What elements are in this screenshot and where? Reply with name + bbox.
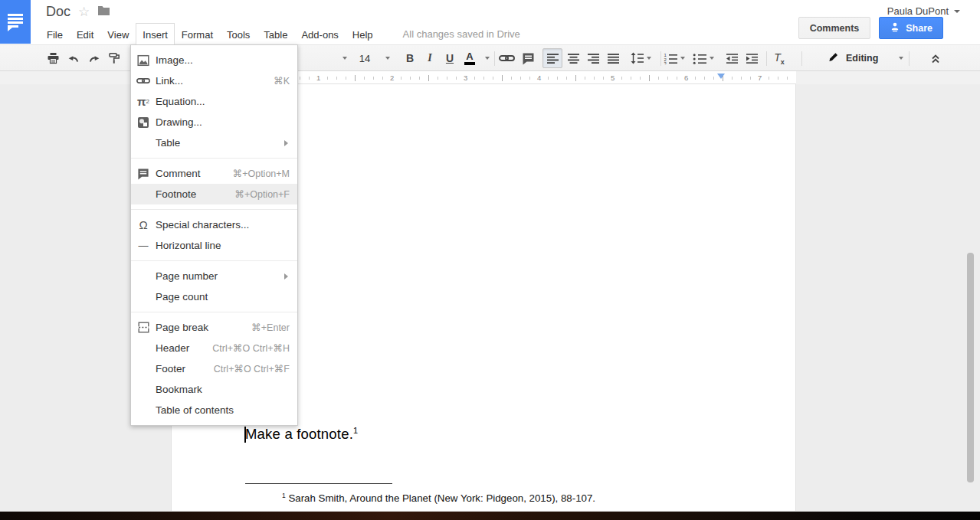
chevron-down-icon <box>385 57 390 60</box>
desktop-background-strip <box>0 512 980 520</box>
comment-icon <box>136 167 150 181</box>
vertical-scrollbar[interactable] <box>967 253 974 482</box>
menu-view[interactable]: View <box>100 23 136 44</box>
bulleted-list-button[interactable] <box>693 48 714 68</box>
menu-item-comment[interactable]: Comment ⌘+Option+M <box>131 163 297 184</box>
underline-button[interactable]: U <box>440 48 460 68</box>
equation-icon: π2 <box>136 95 150 109</box>
drawing-icon <box>136 116 150 129</box>
font-size-dropdown[interactable] <box>378 48 398 68</box>
chevron-down-icon <box>710 57 714 60</box>
align-center-button[interactable] <box>563 48 583 68</box>
menubar: File Edit View Insert Format Tools Table… <box>40 23 526 44</box>
print-button[interactable] <box>43 48 63 68</box>
menu-format[interactable]: Format <box>175 23 220 44</box>
insert-link-button[interactable] <box>497 48 516 68</box>
font-size-value[interactable]: 14 <box>355 48 375 68</box>
omega-icon: Ω <box>136 218 150 232</box>
footnote-reference[interactable]: 1 <box>353 426 358 435</box>
folder-icon[interactable] <box>97 5 110 19</box>
menu-tools[interactable]: Tools <box>220 23 257 44</box>
share-person-icon <box>890 21 900 34</box>
menu-separator <box>131 209 297 210</box>
menu-item-image[interactable]: Image... <box>131 50 297 70</box>
menu-item-table[interactable]: Table <box>131 132 297 153</box>
menu-item-bookmark[interactable]: Bookmark <box>131 379 297 400</box>
increase-indent-button[interactable] <box>742 48 762 68</box>
menu-item-page-break[interactable]: Page break ⌘+Enter <box>131 317 297 338</box>
chevron-down-icon <box>680 57 685 60</box>
menu-help[interactable]: Help <box>346 23 380 44</box>
right-margin-marker[interactable] <box>717 74 725 79</box>
menu-addons[interactable]: Add-ons <box>294 23 345 44</box>
account-menu[interactable]: Paula DuPont <box>887 5 960 17</box>
menu-item-horizontal-line[interactable]: — Horizontal line <box>131 235 297 256</box>
page-break-icon <box>136 321 150 335</box>
mode-button[interactable]: Editing <box>821 48 910 68</box>
pencil-icon <box>828 51 839 66</box>
menu-item-equation[interactable]: π2 Equation... <box>131 91 297 112</box>
clear-formatting-button[interactable]: Tx <box>769 48 789 68</box>
menu-file[interactable]: File <box>40 23 70 44</box>
chevron-down-icon <box>485 57 490 60</box>
comments-button[interactable]: Comments <box>798 17 871 39</box>
menu-insert[interactable]: Insert <box>136 23 175 44</box>
menu-separator <box>131 260 297 261</box>
share-button[interactable]: Share <box>879 17 943 39</box>
chevron-down-icon <box>647 57 651 60</box>
collapse-toolbar-button[interactable] <box>926 48 946 68</box>
menu-table[interactable]: Table <box>257 23 294 44</box>
user-name: Paula DuPont <box>887 5 949 17</box>
align-left-button[interactable] <box>542 48 562 68</box>
undo-button[interactable] <box>64 48 84 68</box>
submenu-arrow-icon <box>284 273 288 280</box>
chevron-down-icon <box>954 10 960 13</box>
line-spacing-button[interactable] <box>631 48 651 68</box>
menu-separator <box>131 158 297 159</box>
color-swatch <box>464 62 475 65</box>
chevron-down-icon <box>343 57 347 60</box>
document-text[interactable]: Make a footnote.1 <box>245 426 358 443</box>
header-bar: Doc ☆ File Edit View Insert Format Tools… <box>0 0 980 44</box>
decrease-indent-button[interactable] <box>722 48 742 68</box>
menu-separator <box>131 312 297 312</box>
ruler-ticks <box>244 75 796 81</box>
star-icon[interactable]: ☆ <box>78 5 90 18</box>
image-icon <box>136 54 150 67</box>
menu-item-link[interactable]: Link... ⌘K <box>131 70 297 91</box>
insert-menu-dropdown: Image... Link... ⌘K π2 Equation... Drawi… <box>130 44 298 426</box>
menu-item-page-number[interactable]: Page number <box>131 266 297 286</box>
document-title[interactable]: Doc <box>46 4 70 20</box>
insert-comment-button[interactable] <box>518 48 538 68</box>
numbered-list-button[interactable]: 123 <box>664 48 685 68</box>
menu-item-drawing[interactable]: Drawing... <box>131 112 297 132</box>
italic-button[interactable]: I <box>420 48 440 68</box>
docs-logo-icon[interactable] <box>0 0 31 44</box>
save-status: All changes saved in Drive <box>380 23 526 44</box>
redo-button[interactable] <box>84 48 104 68</box>
chevron-down-icon <box>899 57 903 60</box>
google-docs-window: Doc ☆ File Edit View Insert Format Tools… <box>0 0 980 520</box>
paint-format-button[interactable] <box>104 48 124 68</box>
menu-item-special-characters[interactable]: Ω Special characters... <box>131 214 297 235</box>
bold-button[interactable]: B <box>400 48 420 68</box>
menu-item-page-count[interactable]: Page count <box>131 286 297 307</box>
menu-item-header[interactable]: Header Ctrl+⌘O Ctrl+⌘H <box>131 338 297 358</box>
font-family-dropdown[interactable] <box>335 48 355 68</box>
align-right-button[interactable] <box>583 48 603 68</box>
menu-item-footer[interactable]: Footer Ctrl+⌘O Ctrl+⌘F <box>131 358 297 379</box>
horizontal-line-icon: — <box>136 239 150 253</box>
title-row: Doc ☆ <box>46 4 110 20</box>
menu-item-table-of-contents[interactable]: Table of contents <box>131 400 297 420</box>
menu-item-footnote[interactable]: Footnote ⌘+Option+F <box>131 184 297 204</box>
footnote-divider <box>245 483 392 484</box>
link-icon <box>136 74 150 88</box>
footnote-text[interactable]: 1 Sarah Smith, Around the Planet (New Yo… <box>245 492 720 504</box>
menu-edit[interactable]: Edit <box>70 23 100 44</box>
submenu-arrow-icon <box>284 140 288 146</box>
align-justify-button[interactable] <box>603 48 623 68</box>
header-buttons: Comments Share <box>798 17 943 39</box>
svg-text:3: 3 <box>664 61 667 64</box>
